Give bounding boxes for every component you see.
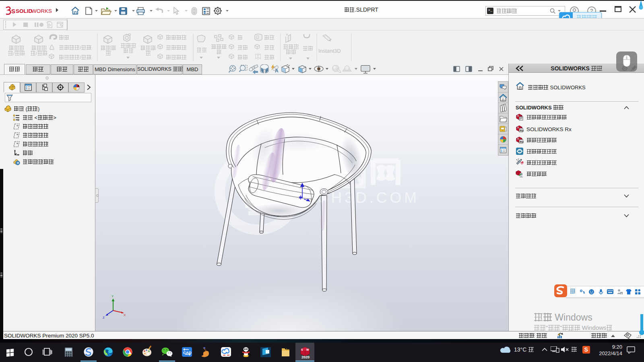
svg-text:CAD: CAD [183,350,192,355]
svg-text:S: S [517,126,519,129]
svg-text:X: X [124,313,126,317]
svg-text:A: A [275,68,279,74]
svg-text:S: S [11,8,15,14]
svg-text:SOLID: SOLID [16,8,33,14]
svg-text:Rx: Rx [520,129,524,132]
svg-text:Y: Y [111,294,114,298]
svg-text:W: W [306,348,309,351]
svg-text:WORKS: WORKS [31,8,52,14]
svg-text:Z: Z [103,316,105,319]
svg-text:S: S [621,292,622,295]
svg-text:S: S [517,138,519,140]
svg-text:S: S [517,115,519,117]
svg-text:Rx: Rx [520,140,524,144]
svg-text:S: S [301,348,303,351]
svg-text:SW: SW [521,162,525,165]
svg-text:2020: 2020 [301,355,310,359]
